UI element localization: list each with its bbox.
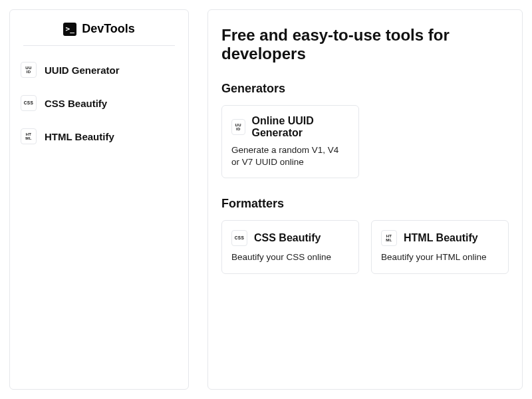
- css-icon: CSS: [21, 95, 37, 111]
- section-heading: Formatters: [221, 197, 509, 211]
- uuid-icon: UU ID: [21, 62, 37, 78]
- brand[interactable]: >_ DevTools: [17, 22, 182, 45]
- card-header: UU ID Online UUID Generator: [231, 115, 349, 139]
- sidebar-item-css-beautify[interactable]: CSS CSS Beautify: [17, 88, 182, 118]
- section-generators: Generators UU ID Online UUID Generator G…: [221, 82, 509, 178]
- html-icon: HT ML: [381, 230, 397, 246]
- card-description: Beautify your CSS online: [231, 251, 349, 263]
- sidebar-item-html-beautify[interactable]: HT ML HTML Beautify: [17, 122, 182, 151]
- card-title: CSS Beautify: [254, 232, 321, 244]
- card-uuid-generator[interactable]: UU ID Online UUID Generator Generate a r…: [221, 105, 359, 178]
- divider: [23, 45, 175, 46]
- sidebar-nav: UU ID UUID Generator CSS CSS Beautify HT…: [17, 55, 182, 151]
- sidebar-item-label: CSS Beautify: [45, 98, 107, 109]
- section-formatters: Formatters CSS CSS Beautify Beautify you…: [221, 197, 509, 273]
- section-heading: Generators: [221, 82, 509, 96]
- card-css-beautify[interactable]: CSS CSS Beautify Beautify your CSS onlin…: [221, 220, 359, 273]
- html-icon: HT ML: [21, 128, 37, 144]
- card-title: HTML Beautify: [404, 232, 478, 244]
- card-header: HT ML HTML Beautify: [381, 230, 499, 246]
- card-html-beautify[interactable]: HT ML HTML Beautify Beautify your HTML o…: [371, 220, 509, 273]
- css-icon: CSS: [231, 230, 247, 246]
- uuid-icon: UU ID: [231, 119, 245, 135]
- generators-grid: UU ID Online UUID Generator Generate a r…: [221, 105, 509, 178]
- main-content: Free and easy-to-use tools for developer…: [207, 9, 523, 390]
- card-title: Online UUID Generator: [252, 115, 350, 139]
- sidebar-item-label: UUID Generator: [45, 65, 120, 76]
- card-header: CSS CSS Beautify: [231, 230, 349, 246]
- sidebar-item-label: HTML Beautify: [45, 131, 114, 142]
- sidebar: >_ DevTools UU ID UUID Generator CSS CSS…: [9, 9, 189, 390]
- formatters-grid: CSS CSS Beautify Beautify your CSS onlin…: [221, 220, 509, 273]
- brand-name: DevTools: [82, 22, 135, 36]
- page-title: Free and easy-to-use tools for developer…: [221, 26, 509, 63]
- terminal-icon: >_: [63, 23, 76, 36]
- card-description: Beautify your HTML online: [381, 251, 499, 263]
- card-description: Generate a random V1, V4 or V7 UUID onli…: [231, 144, 349, 168]
- sidebar-item-uuid-generator[interactable]: UU ID UUID Generator: [17, 55, 182, 84]
